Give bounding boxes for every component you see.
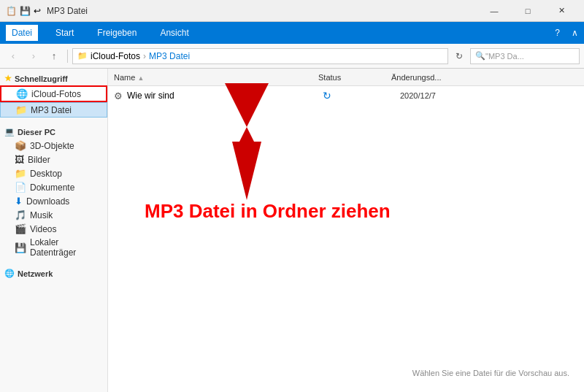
up-button[interactable]: ↑ xyxy=(45,47,63,65)
bilder-label: Bilder xyxy=(28,155,50,165)
address-bar[interactable]: 📁 iCloud-Fotos › MP3 Datei xyxy=(72,48,448,64)
sidebar-spacer-2 xyxy=(0,259,107,266)
desktop-icon: 📁 xyxy=(15,168,26,179)
mp3datei-label: MP3 Datei xyxy=(31,105,72,115)
col-status-label: Status xyxy=(318,73,341,82)
window-icon-1: 📋 xyxy=(6,6,17,16)
3dobjekte-label: 3D-Objekte xyxy=(30,141,74,151)
title-bar: 📋 💾 ↩ MP3 Datei — □ ✕ xyxy=(0,0,584,22)
window-icon-2: 💾 xyxy=(20,6,31,16)
dieser-pc-label: Dieser PC xyxy=(18,128,55,137)
dokumente-icon: 📄 xyxy=(15,182,26,193)
main-layout: ★ Schnellzugriff 🌐 iCloud-Fotos 📁 MP3 Da… xyxy=(0,69,584,392)
icloud-icon: 🌐 xyxy=(16,88,28,99)
ribbon: Datei Start Freigeben Ansicht ? ∧ xyxy=(0,22,584,44)
ribbon-tab-ansicht[interactable]: Ansicht xyxy=(154,25,194,41)
window-icon-3: ↩ xyxy=(34,6,41,16)
minimize-button[interactable]: — xyxy=(477,0,511,22)
sidebar-item-icloud[interactable]: 🌐 iCloud-Fotos xyxy=(0,85,107,102)
back-button[interactable]: ‹ xyxy=(4,47,22,65)
sync-icon: ↻ xyxy=(323,90,331,101)
col-header-name[interactable]: Name ▲ xyxy=(114,73,318,82)
address-part-1: iCloud-Fotos xyxy=(91,51,140,61)
annotation-text: MP3 Datei in Ordner ziehen xyxy=(145,200,391,223)
sidebar-spacer-1 xyxy=(0,118,107,125)
sidebar-section-dieser-pc[interactable]: 💻 Dieser PC xyxy=(0,125,107,139)
file-type-icon: ⚙ xyxy=(114,91,123,101)
sidebar-section-netzwerk[interactable]: 🌐 Netzwerk xyxy=(0,266,107,280)
col-date-label: Änderungsd... xyxy=(391,73,442,82)
sidebar-item-videos[interactable]: 🎬 Videos xyxy=(0,222,107,236)
mp3-folder-icon: 📁 xyxy=(15,104,27,115)
search-icon: 🔍 xyxy=(475,51,485,61)
videos-icon: 🎬 xyxy=(15,223,26,234)
window-title: MP3 Datei xyxy=(47,6,477,16)
desktop-label: Desktop xyxy=(30,169,62,179)
ribbon-tab-start[interactable]: Start xyxy=(50,25,80,41)
sidebar-item-musik[interactable]: 🎵 Musik xyxy=(0,208,107,222)
sidebar-item-dokumente[interactable]: 📄 Dokumente xyxy=(0,180,107,194)
address-current: MP3 Datei xyxy=(149,51,190,61)
pc-icon: 💻 xyxy=(4,127,15,137)
col-name-label: Name xyxy=(114,73,135,82)
bilder-icon: 🖼 xyxy=(15,154,24,165)
file-name: Wie wir sind xyxy=(127,91,174,101)
title-bar-icons: 📋 💾 ↩ xyxy=(6,6,41,16)
address-folder-icon: 📁 xyxy=(77,51,88,61)
sidebar-item-bilder[interactable]: 🖼 Bilder xyxy=(0,153,107,166)
ribbon-pin-icon[interactable]: ∧ xyxy=(572,28,578,38)
schnellzugriff-label: Schnellzugriff xyxy=(15,74,68,83)
musik-icon: 🎵 xyxy=(15,210,26,220)
toolbar-separator xyxy=(67,50,68,63)
network-icon: 🌐 xyxy=(4,269,15,278)
file-pane: Name ▲ Status Änderungsd... ⚙ Wie wir si… xyxy=(108,69,584,392)
ribbon-help-icon[interactable]: ? xyxy=(555,28,560,38)
star-icon: ★ xyxy=(4,74,12,83)
sidebar-item-downloads[interactable]: ⬇ Downloads xyxy=(0,194,107,208)
table-row[interactable]: ⚙ Wie wir sind ↻ 2020/12/7 xyxy=(108,86,584,105)
search-bar[interactable]: 🔍 "MP3 Da... xyxy=(470,48,580,64)
refresh-button[interactable]: ↻ xyxy=(451,48,467,64)
sidebar-item-3dobjekte[interactable]: 📦 3D-Objekte xyxy=(0,139,107,153)
toolbar: ‹ › ↑ 📁 iCloud-Fotos › MP3 Datei ↻ 🔍 "MP… xyxy=(0,44,584,69)
sidebar-section-schnellzugriff[interactable]: ★ Schnellzugriff xyxy=(0,72,107,85)
musik-label: Musik xyxy=(30,210,53,220)
lokaler-label: Lokaler Datenträger xyxy=(30,237,101,258)
ribbon-tab-datei[interactable]: Datei xyxy=(6,25,38,41)
sidebar-item-lokaler[interactable]: 💾 Lokaler Datenträger xyxy=(0,236,107,259)
ribbon-tab-freigeben[interactable]: Freigeben xyxy=(91,25,142,41)
address-separator: › xyxy=(143,51,146,61)
netzwerk-label: Netzwerk xyxy=(18,269,53,278)
date-cell: 2020/12/7 xyxy=(400,91,436,100)
search-placeholder: "MP3 Da... xyxy=(485,52,524,61)
maximize-button[interactable]: □ xyxy=(511,0,545,22)
file-header: Name ▲ Status Änderungsd... xyxy=(108,69,584,86)
col-header-date[interactable]: Änderungsd... xyxy=(391,73,442,82)
videos-label: Videos xyxy=(30,224,56,234)
downloads-icon: ⬇ xyxy=(15,196,23,207)
annotation-layer: MP3 Datei in Ordner ziehen Wählen Sie ei… xyxy=(108,69,584,392)
sidebar: ★ Schnellzugriff 🌐 iCloud-Fotos 📁 MP3 Da… xyxy=(0,69,108,392)
sidebar-item-mp3datei[interactable]: 📁 MP3 Datei xyxy=(0,102,107,118)
file-name-cell: ⚙ Wie wir sind xyxy=(114,91,318,101)
drive-icon: 💾 xyxy=(15,242,26,253)
dokumente-label: Dokumente xyxy=(30,182,74,193)
forward-button[interactable]: › xyxy=(25,47,42,65)
downloads-label: Downloads xyxy=(26,196,69,207)
col-header-status[interactable]: Status xyxy=(318,73,391,82)
icloud-label: iCloud-Fotos xyxy=(31,89,81,99)
preview-hint: Wählen Sie eine Datei für die Vorschau a… xyxy=(412,369,569,377)
title-controls: — □ ✕ xyxy=(477,0,578,22)
status-cell: ↻ xyxy=(323,90,396,101)
3d-icon: 📦 xyxy=(15,140,26,151)
sidebar-item-desktop[interactable]: 📁 Desktop xyxy=(0,166,107,180)
sort-arrow-icon: ▲ xyxy=(137,74,144,82)
close-button[interactable]: ✕ xyxy=(545,0,578,22)
